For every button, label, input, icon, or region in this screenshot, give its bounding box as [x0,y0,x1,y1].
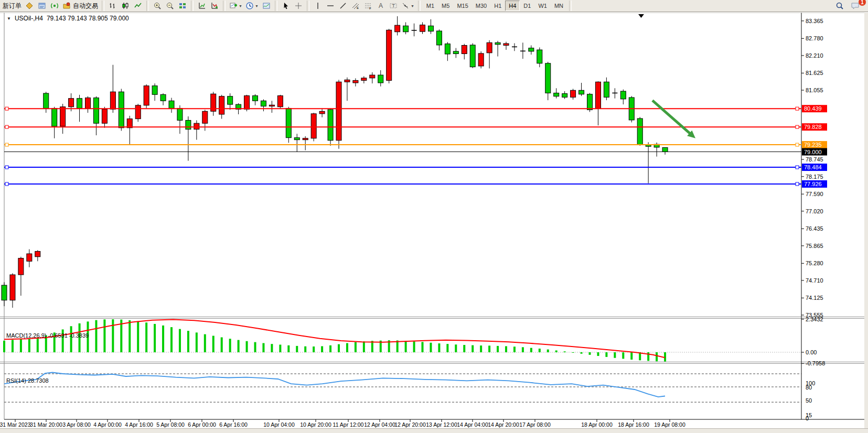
timeframe-d1[interactable]: D1 [520,1,534,11]
svg-text:31 Mar 20:00: 31 Mar 20:00 [30,421,62,428]
svg-text:79.235: 79.235 [804,142,822,148]
svg-text:75.280: 75.280 [806,260,823,266]
dropdown-caret: ▼ [255,4,259,8]
new-order-label: 新订单 [3,2,22,10]
svg-text:E: E [357,6,359,9]
channel-icon[interactable]: E [349,1,362,11]
svg-text:12 Apr 20:00: 12 Apr 20:00 [394,421,426,428]
timeframe-m15[interactable]: M15 [453,1,471,11]
label-icon[interactable]: T [387,1,400,11]
template-icon[interactable] [260,1,273,11]
svg-text:5 Apr 08:00: 5 Apr 08:00 [156,421,185,428]
notification-badge: 1 [859,0,866,6]
chart-window-icon[interactable] [23,1,36,11]
svg-text:76.435: 76.435 [806,225,823,232]
signal-icon[interactable] [48,1,61,11]
svg-text:12 Apr 04:00: 12 Apr 04:00 [364,421,395,428]
toolbar-separator [223,1,226,11]
toolbar-separator [191,1,194,11]
svg-text:77.926: 77.926 [804,181,822,187]
toolbar-separator [307,1,309,11]
svg-text:74.710: 74.710 [806,277,823,284]
svg-text:11 Apr 12:00: 11 Apr 12:00 [333,421,364,428]
fibonacci-icon[interactable]: F [362,1,374,11]
text-icon[interactable]: A [374,1,387,11]
svg-text:10 Apr 04:00: 10 Apr 04:00 [263,421,295,428]
autotrade-button[interactable]: 自动交易 [61,1,100,11]
svg-text:83.365: 83.365 [806,18,823,24]
zoom-in-icon[interactable] [151,1,164,11]
symbol-period-label: USOil-,H4 [15,15,43,22]
window-right-edge [864,13,868,433]
svg-text:79.000: 79.000 [804,149,822,155]
timeframe-m30[interactable]: M30 [472,1,490,11]
svg-text:6 Apr 00:00: 6 Apr 00:00 [188,421,216,428]
toolbar: 新订单 自动交易 ▼ ▼ E F A T ▼ M1 [0,0,868,12]
timeframe-h1[interactable]: H1 [490,1,505,11]
svg-text:14 Apr 20:00: 14 Apr 20:00 [488,421,519,428]
toolbar-separator [102,1,104,11]
crosshair-icon[interactable] [292,1,305,11]
svg-text:0: 0 [806,415,809,421]
quote-ohlc-label: 79.143 79.143 78.905 79.000 [47,15,129,22]
svg-text:74.125: 74.125 [806,295,823,301]
profile-right-icon[interactable] [208,1,221,11]
mt4-window: 新订单 自动交易 ▼ ▼ E F A T ▼ M1 [0,0,868,433]
search-icon[interactable] [833,1,846,11]
svg-text:4 Apr 16:00: 4 Apr 16:00 [125,421,153,428]
line-chart-icon[interactable] [132,1,144,11]
candlestick-icon[interactable] [119,1,132,11]
svg-text:79.828: 79.828 [804,124,822,130]
svg-text:2.3432: 2.3432 [806,316,823,322]
svg-text:3 Apr 08:00: 3 Apr 08:00 [62,421,91,428]
svg-text:78.745: 78.745 [806,156,823,163]
svg-text:18 Apr 00:00: 18 Apr 00:00 [581,421,613,428]
svg-text:19 Apr 08:00: 19 Apr 08:00 [654,421,685,428]
timeframe-h4[interactable]: H4 [505,1,520,11]
tile-windows-icon[interactable] [176,1,189,11]
timeframe-m1[interactable]: M1 [423,1,438,11]
zoom-out-icon[interactable] [164,1,176,11]
window-bottom-edge [0,428,868,433]
horizontal-line-icon[interactable] [324,1,337,11]
cursor-icon[interactable] [280,1,292,11]
svg-text:75.865: 75.865 [806,243,823,249]
add-indicator-icon[interactable]: ▼ [228,1,244,11]
svg-text:14 Apr 04:00: 14 Apr 04:00 [457,421,488,428]
svg-text:82.780: 82.780 [806,35,823,41]
dropdown-caret: ▼ [239,4,242,8]
timeframe-w1[interactable]: W1 [534,1,551,11]
svg-text:78.484: 78.484 [804,164,822,170]
market-watch-icon[interactable] [36,1,48,11]
profile-left-icon[interactable] [196,1,208,11]
chart-canvas[interactable]: 83.93583.36582.78082.21081.62581.05578.7… [0,13,868,433]
svg-text:78.175: 78.175 [806,174,823,180]
chart-title: ▼ USOil-,H4 79.143 79.143 78.905 79.000 [7,15,129,22]
svg-text:80: 80 [806,384,812,391]
timeframe-m5[interactable]: M5 [438,1,453,11]
autotrade-icon [62,2,71,10]
svg-text:13 Apr 12:00: 13 Apr 12:00 [426,421,457,428]
symbol-dropdown-icon[interactable]: ▼ [7,16,11,21]
svg-text:77.590: 77.590 [806,191,823,197]
svg-text:T: T [392,3,395,8]
new-order-button[interactable]: 新订单 [1,1,23,11]
svg-text:-0.7958: -0.7958 [806,360,825,366]
toolbar-separator [418,1,421,11]
vertical-line-icon[interactable] [312,1,324,11]
svg-text:0.00: 0.00 [806,349,817,355]
trendline-icon[interactable] [337,1,349,11]
svg-text:F: F [369,7,371,10]
toolbar-separator [146,1,149,11]
arrows-icon[interactable]: ▼ [400,1,416,11]
svg-text:80.439: 80.439 [804,105,822,112]
period-icon[interactable]: ▼ [244,1,260,11]
svg-text:81.055: 81.055 [806,87,823,93]
svg-text:31 Mar 2023: 31 Mar 2023 [0,421,31,428]
toolbar-right: 1 [833,1,867,11]
rsi-indicator-label: RSI(14) 28.7308 [6,377,49,384]
bar-chart-icon[interactable] [106,1,119,11]
timeframe-mn[interactable]: MN [551,1,567,11]
svg-text:6 Apr 16:00: 6 Apr 16:00 [219,421,248,428]
svg-text:4 Apr 00:00: 4 Apr 00:00 [93,421,122,428]
